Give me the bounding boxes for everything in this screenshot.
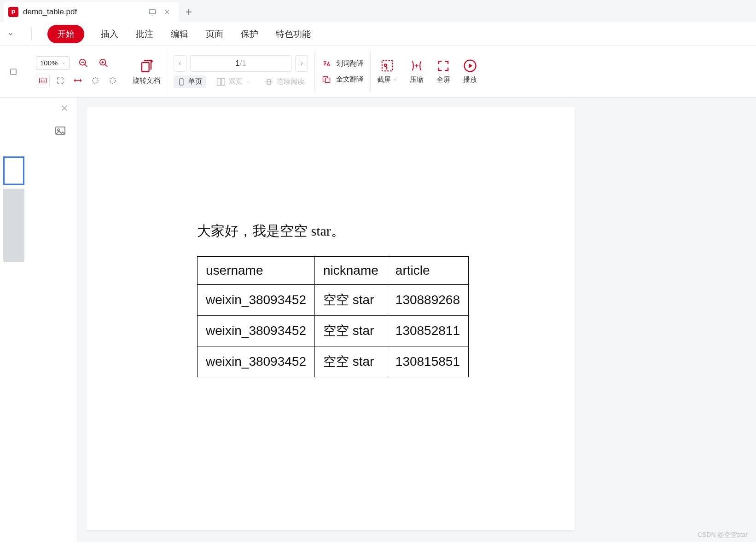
col-username: username — [198, 257, 315, 285]
workspace: 大家好，我是空空 star。 username nickname article… — [0, 98, 756, 542]
next-page-button[interactable] — [295, 55, 308, 72]
cell-username: weixin_38093452 — [198, 316, 315, 346]
titlebar: P demo_table.pdf — [0, 0, 756, 22]
page-thumbnail[interactable] — [3, 156, 24, 185]
play-button[interactable]: 播放 — [457, 46, 483, 97]
svg-text:1:1: 1:1 — [41, 79, 45, 82]
svg-point-7 — [110, 78, 116, 83]
svg-rect-14 — [326, 78, 330, 82]
zoom-group: 100% 1:1 — [29, 46, 126, 97]
double-page-label: 双页 — [229, 77, 243, 86]
cell-nickname: 空空 star — [314, 316, 387, 346]
page-current: 1 — [235, 59, 239, 68]
compress-label: 压缩 — [410, 75, 424, 84]
menu-feature[interactable]: 特色功能 — [275, 26, 312, 42]
word-translate-button[interactable]: 划词翻译 — [321, 59, 364, 69]
continuous-label: 连续阅读 — [277, 77, 304, 86]
menu-start[interactable]: 开始 — [47, 25, 84, 43]
svg-rect-9 — [180, 79, 183, 85]
document-canvas[interactable]: 大家好，我是空空 star。 username nickname article… — [77, 98, 756, 542]
share-screen-icon[interactable] — [147, 7, 157, 17]
table-row: weixin_38093452 空空 star 130889268 — [198, 285, 469, 316]
thumbnail-gutter — [3, 189, 24, 262]
play-label: 播放 — [463, 75, 477, 84]
word-translate-label: 划词翻译 — [336, 59, 364, 68]
app-menu-chevron-icon[interactable] — [6, 29, 16, 39]
cell-article: 130889268 — [387, 285, 468, 316]
svg-rect-1 — [11, 69, 16, 75]
divider — [31, 28, 32, 40]
svg-rect-10 — [217, 78, 221, 85]
compress-button[interactable]: 压缩 — [403, 46, 430, 97]
svg-rect-0 — [149, 10, 156, 14]
svg-point-16 — [384, 64, 386, 66]
cell-article: 130852811 — [387, 316, 468, 346]
toolbar: 100% 1:1 — [0, 46, 756, 98]
thumbnail-mode-icon[interactable] — [55, 126, 66, 135]
svg-rect-8 — [142, 63, 149, 72]
menu-page[interactable]: 页面 — [205, 26, 224, 42]
table-row: weixin_38093452 空空 star 130852811 — [198, 316, 469, 346]
close-sidebar-icon[interactable] — [60, 104, 69, 112]
zoom-value: 100% — [40, 59, 58, 67]
pdf-app-icon: P — [8, 7, 18, 17]
page-total: 1 — [242, 59, 246, 68]
continuous-mode[interactable]: 连续阅读 — [260, 75, 308, 88]
menu-insert[interactable]: 插入 — [100, 26, 119, 42]
col-article: article — [387, 257, 468, 285]
tab-title: demo_table.pdf — [23, 7, 143, 17]
single-page-label: 单页 — [188, 77, 202, 86]
svg-point-19 — [58, 129, 59, 131]
screenshot-button[interactable]: 截屏 — [371, 46, 403, 97]
svg-point-6 — [93, 78, 98, 83]
fit-width-icon[interactable] — [71, 74, 85, 87]
cell-nickname: 空空 star — [314, 285, 387, 316]
table-header-row: username nickname article — [198, 257, 469, 285]
document-tab[interactable]: P demo_table.pdf — [4, 2, 179, 22]
full-translate-button[interactable]: 全文翻译 — [321, 75, 364, 84]
rotate-cw-icon[interactable] — [106, 74, 120, 87]
unknown-left-icon[interactable] — [9, 65, 23, 79]
menu-protect[interactable]: 保护 — [240, 26, 259, 42]
prev-page-button[interactable] — [174, 55, 186, 72]
thumbnail-sidebar — [0, 98, 77, 542]
document-heading: 大家好，我是空空 star。 — [197, 222, 556, 241]
rotate-ccw-icon[interactable] — [88, 74, 102, 87]
col-nickname: nickname — [314, 257, 387, 285]
double-page-mode[interactable]: 双页 — [212, 75, 254, 88]
cell-article: 130815851 — [387, 346, 468, 377]
table-row: weixin_38093452 空空 star 130815851 — [198, 346, 469, 377]
svg-rect-15 — [382, 61, 392, 71]
watermark-text: CSDN @空空star — [698, 531, 748, 539]
document-table: username nickname article weixin_3809345… — [197, 256, 469, 377]
fullscreen-button[interactable]: 全屏 — [430, 46, 457, 97]
new-tab-button[interactable] — [179, 2, 199, 22]
full-translate-label: 全文翻译 — [336, 75, 364, 84]
thumbnail-strip — [0, 156, 28, 262]
rotate-label: 旋转文档 — [133, 76, 160, 85]
translate-group: 划词翻译 全文翻译 — [315, 46, 370, 97]
zoom-select[interactable]: 100% — [36, 56, 70, 70]
cell-username: weixin_38093452 — [198, 346, 315, 377]
left-edge-group — [0, 46, 29, 97]
menu-edit[interactable]: 编辑 — [170, 26, 189, 42]
zoom-out-icon[interactable] — [76, 56, 90, 70]
cell-username: weixin_38093452 — [198, 285, 315, 316]
rotate-document-button[interactable]: 旋转文档 — [126, 46, 167, 97]
page-group: 1 / 1 单页 双页 连续阅读 — [167, 46, 314, 97]
single-page-mode[interactable]: 单页 — [174, 75, 206, 88]
screenshot-label: 截屏 — [377, 75, 391, 84]
menu-annotate[interactable]: 批注 — [135, 26, 154, 42]
page-number-field[interactable]: 1 / 1 — [190, 55, 291, 72]
zoom-in-icon[interactable] — [97, 56, 110, 70]
close-tab-icon[interactable] — [162, 7, 172, 17]
pdf-page: 大家好，我是空空 star。 username nickname article… — [87, 107, 575, 530]
fit-page-icon[interactable] — [53, 74, 67, 87]
cell-nickname: 空空 star — [314, 346, 387, 377]
fullscreen-label: 全屏 — [436, 75, 450, 84]
actual-size-icon[interactable]: 1:1 — [36, 74, 50, 87]
svg-rect-11 — [221, 78, 225, 85]
menubar: 开始 插入 批注 编辑 页面 保护 特色功能 — [0, 22, 756, 46]
